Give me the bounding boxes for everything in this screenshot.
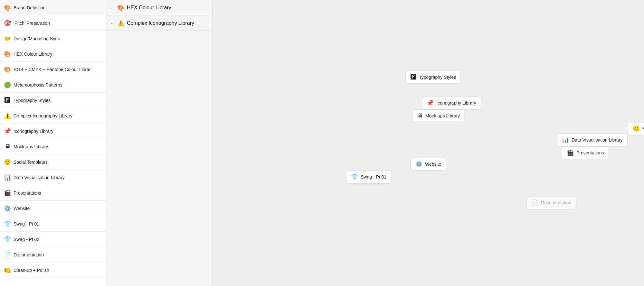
node-presentations-right-label: Presentations	[576, 150, 604, 155]
mockups-library-label: Mock-ups Library	[14, 144, 102, 149]
node-mockups-emoji: 🖥	[417, 112, 423, 119]
mockups-library-emoji: 🖥	[4, 143, 11, 150]
col1-item-col1-hex[interactable]: ←🎨HEX Colour Library	[106, 0, 212, 15]
sidebar-item-hex-colour-library[interactable]: 🎨HEX Colour Library	[0, 46, 106, 62]
sidebar-item-iconography-library[interactable]: 📌Iconography Library	[0, 124, 106, 139]
hex-colour-library-label: HEX Colour Library	[14, 51, 102, 57]
node-social-templates-right-label: Social Templates	[642, 126, 644, 131]
sidebar-item-cleanup-polish[interactable]: 🍋Clean-up + Polish	[0, 263, 106, 278]
sidebar-item-data-visualisation-library[interactable]: 📊Data Visualisation Library	[0, 170, 106, 185]
node-node-data-vis-right[interactable]: 📊Data Visualisation Library	[557, 134, 628, 146]
node-node-typography[interactable]: 🅿Typography Styles	[406, 71, 461, 83]
column-panel-1: ←🎨HEX Colour Library←⚠️Complex Iconograp…	[106, 0, 213, 286]
cleanup-polish-emoji: 🍋	[4, 267, 11, 274]
sidebar: 🎨Brand Definition🎯'Pitch' Preparation🤝De…	[0, 0, 106, 286]
node-node-mockups[interactable]: 🖥Mock-ups Library	[412, 109, 465, 122]
col1-item-col1-complex[interactable]: ←⚠️Complex Iconography Library	[106, 15, 212, 31]
complex-iconography-library-emoji: ⚠️	[4, 112, 11, 119]
sidebar-item-metamorphosis-patterns[interactable]: 🟢Metamorphosis Patterns	[0, 77, 106, 93]
swag-pt-01-label: Swag - Pt 01	[14, 221, 102, 226]
sidebar-item-mockups-library[interactable]: 🖥Mock-ups Library	[0, 139, 106, 154]
complex-iconography-library-label: Complex Iconography Library	[14, 113, 102, 118]
node-node-swag01[interactable]: 👕Swag - Pt 01	[346, 171, 391, 183]
sidebar-item-complex-iconography-library[interactable]: ⚠️Complex Iconography Library	[0, 108, 106, 124]
canvas-nodes: 🅿Typography Styles📌Iconography Library🖥M…	[213, 0, 644, 286]
social-templates-label: Social Templates	[14, 160, 102, 165]
iconography-library-emoji: 📌	[4, 128, 11, 135]
node-documentation-emoji: 📄	[531, 199, 538, 206]
swag-pt-02-label: Swag - Pt 02	[14, 237, 102, 242]
sidebar-item-swag-pt-02[interactable]: 👕Swag - Pt 02	[0, 232, 106, 247]
node-mockups-label: Mock-ups Library	[425, 113, 460, 118]
node-node-documentation[interactable]: 📄Documentation	[526, 196, 576, 209]
presentations-label: Presentations	[14, 190, 102, 196]
col1-col1-hex-label: HEX Colour Library	[127, 5, 208, 11]
swag-pt-02-emoji: 👕	[4, 236, 11, 243]
node-typography-label: Typography Styles	[419, 75, 456, 80]
website-emoji: ⚙️	[4, 205, 11, 212]
node-typography-emoji: 🅿	[411, 74, 416, 80]
data-visualisation-library-label: Data Visualisation Library	[14, 175, 102, 180]
col1-col1-complex-emoji: ⚠️	[117, 20, 124, 27]
sidebar-item-social-templates[interactable]: 🙂Social Templates	[0, 154, 106, 170]
node-swag01-emoji: 👕	[351, 173, 358, 180]
node-swag01-label: Swag - Pt 01	[361, 174, 386, 180]
node-documentation-label: Documentation	[541, 200, 571, 205]
social-templates-emoji: 🙂	[4, 159, 11, 166]
node-data-vis-right-emoji: 📊	[562, 136, 569, 143]
node-node-iconography[interactable]: 📌Iconography Library	[422, 97, 481, 109]
hex-colour-library-emoji: 🎨	[4, 51, 11, 58]
node-website-emoji: ⚙️	[415, 161, 422, 168]
documentation-label: Documentation	[14, 252, 102, 257]
node-presentations-right-emoji: 🎬	[567, 149, 574, 156]
sidebar-item-design-marketing-sync[interactable]: 🤝Design/Marketing Sync	[0, 31, 106, 46]
iconography-library-label: Iconography Library	[14, 129, 102, 134]
brand-definition-emoji: 🎨	[4, 4, 11, 11]
node-iconography-emoji: 📌	[427, 99, 434, 106]
pitch-preparation-label: 'Pitch' Preparation	[14, 21, 102, 26]
sidebar-item-brand-definition[interactable]: 🎨Brand Definition	[0, 0, 106, 15]
node-iconography-label: Iconography Library	[436, 100, 476, 106]
sidebar-item-rgb-cmyk-pantone[interactable]: 🎨RGB + CMYK + Pantone Colour Librar	[0, 62, 106, 77]
presentations-emoji: 🎬	[4, 189, 11, 197]
typography-styles-emoji: 🅿	[4, 97, 11, 104]
sidebar-item-presentations[interactable]: 🎬Presentations	[0, 185, 106, 201]
design-marketing-sync-emoji: 🤝	[4, 35, 11, 42]
canvas-area: 🅿Typography Styles📌Iconography Library🖥M…	[213, 0, 644, 286]
node-data-vis-right-label: Data Visualisation Library	[572, 137, 623, 143]
metamorphosis-patterns-label: Metamorphosis Patterns	[14, 82, 102, 88]
brand-definition-label: Brand Definition	[14, 5, 102, 10]
pitch-preparation-emoji: 🎯	[4, 20, 11, 27]
sidebar-item-documentation[interactable]: 📄Documentation	[0, 247, 106, 263]
sidebar-item-swag-pt-01[interactable]: 👕Swag - Pt 01	[0, 216, 106, 232]
data-visualisation-library-emoji: 📊	[4, 174, 11, 181]
col1-col1-hex-emoji: 🎨	[117, 4, 124, 11]
metamorphosis-patterns-emoji: 🟢	[4, 81, 11, 88]
website-label: Website	[14, 206, 102, 211]
typography-styles-label: Typography Styles	[14, 98, 102, 103]
sidebar-item-pitch-preparation[interactable]: 🎯'Pitch' Preparation	[0, 15, 106, 31]
cleanup-polish-label: Clean-up + Polish	[14, 268, 102, 273]
swag-pt-01-emoji: 👕	[4, 220, 11, 227]
node-social-templates-right-emoji: 🙂	[633, 125, 640, 132]
node-node-website[interactable]: ⚙️Website	[411, 158, 446, 171]
back-arrow-icon[interactable]: ←	[110, 5, 115, 10]
col1-col1-complex-label: Complex Iconography Library	[127, 20, 208, 26]
back-arrow-icon[interactable]: ←	[110, 21, 115, 26]
sidebar-item-website[interactable]: ⚙️Website	[0, 201, 106, 216]
node-website-label: Website	[425, 161, 441, 167]
design-marketing-sync-label: Design/Marketing Sync	[14, 36, 102, 41]
documentation-emoji: 📄	[4, 251, 11, 258]
rgb-cmyk-pantone-emoji: 🎨	[4, 66, 11, 73]
node-node-social-templates-right[interactable]: 🙂Social Templates	[628, 122, 644, 135]
main-content: ←🎨HEX Colour Library←⚠️Complex Iconograp…	[106, 0, 644, 286]
rgb-cmyk-pantone-label: RGB + CMYK + Pantone Colour Librar	[14, 67, 102, 72]
sidebar-item-typography-styles[interactable]: 🅿Typography Styles	[0, 93, 106, 108]
node-node-presentations-right[interactable]: 🎬Presentations	[562, 146, 609, 159]
